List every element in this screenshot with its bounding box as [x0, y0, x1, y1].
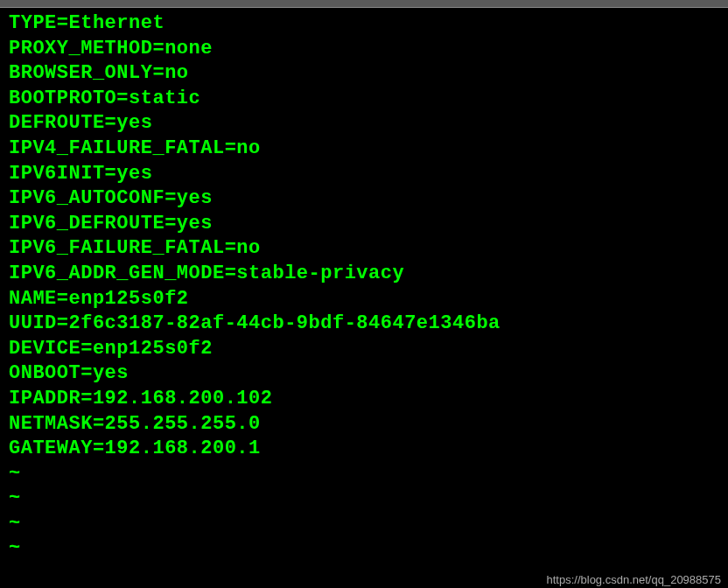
config-line: PROXY_METHOD=none	[9, 37, 719, 62]
config-line: IPV4_FAILURE_FATAL=no	[9, 136, 719, 162]
vim-tilde: ~	[9, 512, 719, 537]
config-line: IPADDR=192.168.200.102	[9, 387, 719, 412]
config-line: NAME=enp125s0f2	[9, 287, 719, 312]
config-line: IPV6INIT=yes	[9, 162, 719, 187]
vim-tilde: ~	[9, 486, 719, 512]
config-line: BROWSER_ONLY=no	[9, 61, 719, 87]
watermark-text: https://blog.csdn.net/qq_20988575	[547, 573, 722, 586]
config-line: NETMASK=255.255.255.0	[9, 412, 719, 438]
config-line: IPV6_FAILURE_FATAL=no	[9, 236, 719, 262]
config-line: TYPE=Ethernet	[9, 11, 719, 37]
config-line: DEVICE=enp125s0f2	[9, 337, 719, 362]
config-line: UUID=2f6c3187-82af-44cb-9bdf-84647e1346b…	[9, 312, 719, 337]
config-line: ONBOOT=yes	[9, 361, 719, 387]
config-line: BOOTPROTO=static	[9, 87, 719, 112]
vim-tilde: ~	[9, 462, 719, 487]
config-line: DEFROUTE=yes	[9, 111, 719, 136]
window-title-bar	[0, 0, 728, 8]
config-line: GATEWAY=192.168.200.1	[9, 437, 719, 462]
terminal-editor[interactable]: TYPE=Ethernet PROXY_METHOD=none BROWSER_…	[0, 8, 728, 562]
config-line: IPV6_ADDR_GEN_MODE=stable-privacy	[9, 262, 719, 287]
vim-tilde: ~	[9, 536, 719, 562]
config-line: IPV6_AUTOCONF=yes	[9, 186, 719, 212]
config-line: IPV6_DEFROUTE=yes	[9, 212, 719, 237]
